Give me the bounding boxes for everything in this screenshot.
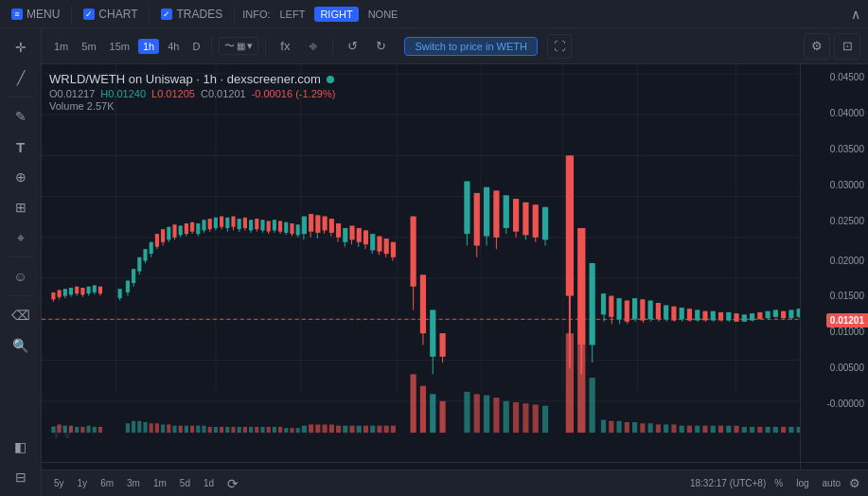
ruler-tool[interactable]: ⌖ — [6, 224, 36, 251]
period-1d[interactable]: 1d — [199, 477, 219, 489]
svg-rect-64 — [196, 223, 200, 234]
bottom-bar: 5y 1y 6m 3m 1m 5d 1d ⟳ 18:32:17 (UTC+8) … — [42, 469, 868, 496]
svg-rect-54 — [167, 227, 170, 240]
chart-type-select[interactable]: 〜 ▦ ▾ — [219, 37, 258, 55]
replay-button[interactable]: ⟳ — [222, 473, 243, 494]
measure-tool[interactable]: ⊞ — [6, 194, 36, 221]
svg-rect-142 — [493, 190, 499, 237]
price-label: WRLD/WETH on Uniswap · 1h · dexscreener.… — [49, 72, 335, 112]
svg-rect-176 — [664, 305, 668, 319]
svg-rect-198 — [750, 313, 754, 320]
svg-rect-74 — [225, 218, 229, 228]
tf-1h[interactable]: 1h — [138, 39, 159, 54]
svg-rect-90 — [273, 220, 276, 230]
zoom-tool[interactable]: 🔍 — [6, 332, 36, 359]
svg-rect-152 — [542, 207, 548, 240]
chart-toggle[interactable]: ✓ CHART — [80, 6, 141, 23]
period-3m[interactable]: 3m — [122, 477, 145, 489]
period-1y[interactable]: 1y — [73, 477, 93, 489]
emoji-tool[interactable]: ☺ — [6, 263, 36, 290]
screenshot-button[interactable]: ⊡ — [834, 33, 860, 60]
eraser-tool[interactable]: ⌫ — [6, 302, 36, 328]
svg-rect-307 — [687, 426, 692, 433]
svg-rect-311 — [718, 426, 723, 433]
svg-rect-24 — [63, 289, 67, 295]
indicators-button[interactable]: ⎆ — [301, 34, 326, 59]
period-5d[interactable]: 5d — [175, 477, 195, 489]
period-5y[interactable]: 5y — [49, 477, 69, 489]
left-panel-toggle[interactable]: ◧ — [6, 434, 36, 460]
menu-checkbox: ≡ — [11, 9, 23, 20]
svg-rect-46 — [143, 249, 147, 260]
svg-rect-130 — [420, 275, 426, 333]
svg-rect-78 — [238, 219, 241, 229]
bottom-settings-icon[interactable]: ⚙ — [849, 476, 860, 490]
svg-rect-56 — [172, 224, 176, 238]
svg-rect-301 — [640, 423, 645, 433]
info-none-btn[interactable]: NONE — [363, 7, 404, 22]
watermark: TV — [51, 423, 73, 443]
svg-rect-304 — [664, 424, 668, 433]
draw-tool[interactable]: ╱ — [6, 64, 36, 91]
price-tick-8: 0.01000 — [830, 327, 864, 337]
tf-1m[interactable]: 1m — [49, 39, 73, 54]
svg-rect-192 — [726, 312, 731, 321]
toolbar-div-2 — [265, 38, 266, 55]
svg-rect-298 — [616, 421, 621, 433]
svg-rect-257 — [249, 427, 253, 433]
svg-rect-271 — [336, 426, 341, 433]
fullscreen-button[interactable]: ⛶ — [547, 34, 572, 59]
crosshair-tool[interactable]: ✛ — [6, 34, 36, 61]
svg-rect-269 — [323, 424, 328, 433]
svg-rect-289 — [513, 402, 519, 433]
tool-sep-2 — [9, 257, 32, 257]
fx-icon: fx — [280, 39, 290, 53]
pct-button[interactable]: % — [770, 477, 788, 489]
svg-rect-313 — [734, 426, 738, 433]
svg-rect-249 — [202, 426, 205, 433]
svg-rect-266 — [302, 426, 307, 433]
price-tick-2: 0.04000 — [830, 108, 864, 118]
period-6m[interactable]: 6m — [96, 477, 118, 489]
tf-5m[interactable]: 5m — [77, 39, 100, 54]
svg-rect-256 — [243, 427, 247, 433]
info-left-btn[interactable]: LEFT — [275, 7, 311, 22]
redo-icon: ↻ — [376, 39, 386, 53]
tf-4h[interactable]: 4h — [163, 39, 184, 54]
undo-button[interactable]: ↺ — [340, 34, 364, 59]
svg-rect-132 — [430, 310, 435, 356]
left-panel-toggle2[interactable]: ⊟ — [6, 464, 36, 490]
svg-rect-154 — [566, 155, 574, 295]
svg-rect-240 — [150, 423, 153, 433]
current-price-label: 0.01201 — [826, 313, 868, 328]
svg-rect-233 — [87, 426, 91, 433]
shape-tool[interactable]: ⊕ — [6, 164, 36, 190]
chart-canvas[interactable]: WRLD/WETH on Uniswap · 1h · dexscreener.… — [42, 64, 868, 462]
chart-settings-button[interactable]: ⚙ — [804, 33, 830, 60]
text-tool[interactable]: T — [6, 133, 36, 160]
tf-d[interactable]: D — [187, 39, 204, 54]
price-tick-1: 0.04500 — [830, 72, 864, 82]
auto-button[interactable]: auto — [818, 477, 845, 489]
svg-rect-237 — [132, 421, 135, 433]
line-icon: 〜 — [224, 39, 235, 53]
pen-tool[interactable]: ✎ — [6, 103, 36, 130]
period-1m[interactable]: 1m — [149, 477, 171, 489]
svg-rect-276 — [370, 426, 375, 433]
svg-rect-136 — [464, 182, 469, 235]
tf-15m[interactable]: 15m — [105, 39, 134, 54]
svg-rect-80 — [243, 218, 247, 228]
svg-rect-244 — [172, 426, 176, 433]
log-button[interactable]: log — [791, 477, 813, 489]
svg-rect-162 — [609, 296, 613, 317]
trades-toggle[interactable]: ✓ TRADES — [157, 6, 226, 23]
ohlc-change: -0.00016 (-1.29%) — [252, 88, 336, 99]
menu-button[interactable]: ≡ MENU — [8, 6, 63, 23]
svg-rect-38 — [118, 289, 122, 298]
nav-divider-2 — [149, 6, 150, 23]
redo-button[interactable]: ↻ — [368, 34, 393, 59]
info-right-btn[interactable]: RIGHT — [314, 7, 358, 22]
window-expand-icon[interactable]: ∧ — [851, 7, 860, 22]
fx-button[interactable]: fx — [273, 34, 297, 59]
switch-price-button[interactable]: Switch to price in WETH — [404, 37, 538, 56]
